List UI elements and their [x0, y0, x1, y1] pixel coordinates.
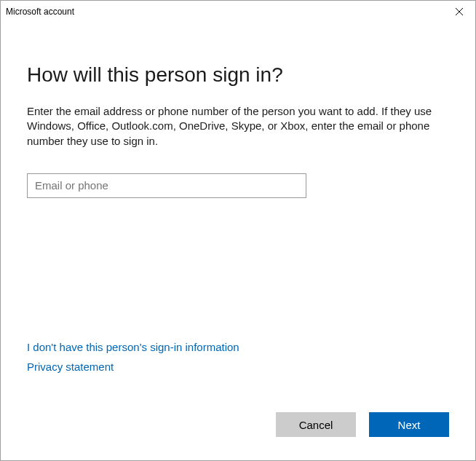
instruction-text: Enter the email address or phone number …: [27, 104, 435, 149]
cancel-button[interactable]: Cancel: [276, 412, 356, 437]
next-button[interactable]: Next: [369, 412, 449, 437]
window-title: Microsoft account: [6, 1, 74, 23]
no-signin-info-link[interactable]: I don't have this person's sign-in infor…: [27, 341, 239, 353]
privacy-statement-link[interactable]: Privacy statement: [27, 360, 239, 373]
email-phone-input[interactable]: [27, 173, 306, 198]
page-heading: How will this person sign in?: [27, 63, 449, 87]
titlebar: Microsoft account: [1, 1, 475, 23]
dialog-content: How will this person sign in? Enter the …: [1, 23, 475, 460]
button-row: Cancel Next: [276, 412, 449, 437]
close-icon: [456, 8, 463, 15]
close-button[interactable]: [443, 1, 475, 23]
links-section: I don't have this person's sign-in infor…: [27, 341, 239, 380]
